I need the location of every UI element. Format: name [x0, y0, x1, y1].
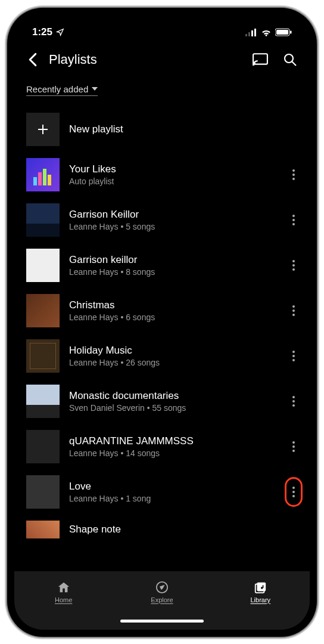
playlist-title: Christmas: [69, 299, 275, 311]
playlist-row[interactable]: Your Likes Auto playlist: [14, 152, 310, 197]
playlist-subtitle: Leanne Hays • 26 songs: [69, 358, 275, 367]
playlist-subtitle: Auto playlist: [69, 177, 275, 186]
new-playlist-label: New playlist: [69, 123, 303, 135]
playlist-subtitle: Leanne Hays • 1 song: [69, 494, 275, 503]
more-button[interactable]: [285, 344, 303, 368]
playlist-thumb: [26, 158, 60, 191]
playlist-thumb: [26, 339, 60, 373]
playlist-title: Garrison keillor: [69, 254, 275, 266]
playlist-subtitle: Leanne Hays • 5 songs: [69, 222, 275, 231]
playlist-thumb: [26, 203, 60, 237]
playlist-title: Your Likes: [69, 163, 275, 175]
more-icon: [292, 309, 295, 312]
sort-dropdown[interactable]: Recently added: [26, 84, 98, 96]
phone-frame: 1:25 Playlists: [7, 8, 317, 637]
playlist-title: Monastic documentaries: [69, 390, 275, 402]
more-button[interactable]: [285, 299, 303, 323]
status-left: 1:25: [32, 26, 64, 38]
nav-label: Library: [251, 596, 271, 603]
row-text: Shape note: [69, 524, 303, 535]
playlist-row[interactable]: Monastic documentaries Sven Daniel Sever…: [14, 379, 310, 424]
svg-rect-3: [254, 29, 256, 36]
header-actions: [253, 52, 298, 67]
svg-rect-6: [290, 30, 292, 33]
playlist-thumb: [26, 385, 60, 418]
playlist-row[interactable]: Shape note: [14, 515, 310, 538]
row-text: Garrison keillor Leanne Hays • 8 songs: [69, 254, 275, 277]
svg-rect-0: [245, 34, 247, 36]
chevron-down-icon: [92, 86, 98, 91]
playlist-thumb: [26, 475, 60, 509]
cellular-icon: [245, 28, 257, 36]
svg-marker-11: [92, 87, 98, 91]
playlist-thumb: [26, 430, 60, 463]
home-icon: [57, 581, 70, 594]
more-icon: [292, 264, 295, 267]
more-button-highlighted[interactable]: [285, 477, 303, 507]
page-title: Playlists: [49, 52, 244, 67]
svg-line-10: [292, 61, 296, 66]
more-button[interactable]: [285, 163, 303, 187]
location-icon: [56, 28, 64, 36]
playlist-subtitle: Leanne Hays • 14 songs: [69, 448, 275, 458]
more-icon: [292, 355, 295, 357]
phone-screen: 1:25 Playlists: [14, 15, 310, 630]
more-icon: [292, 174, 295, 176]
nav-home[interactable]: Home: [14, 581, 113, 603]
playlist-subtitle: Leanne Hays • 8 songs: [69, 267, 275, 277]
status-right: [245, 28, 292, 36]
row-text: Your Likes Auto playlist: [69, 163, 275, 186]
svg-point-9: [285, 54, 293, 63]
row-text: Garrison Keillor Leanne Hays • 5 songs: [69, 209, 275, 231]
playlist-row[interactable]: Holiday Music Leanne Hays • 26 songs: [14, 333, 310, 379]
back-button[interactable]: [25, 52, 40, 67]
playlist-row[interactable]: Garrison keillor Leanne Hays • 8 songs: [14, 243, 310, 288]
playlist-subtitle: Sven Daniel Severin • 55 songs: [69, 403, 275, 413]
search-icon[interactable]: [282, 52, 298, 67]
more-icon: [292, 219, 295, 221]
svg-rect-1: [248, 32, 250, 36]
home-indicator[interactable]: [14, 613, 310, 630]
more-icon: [292, 445, 295, 448]
row-text: Monastic documentaries Sven Daniel Sever…: [69, 390, 275, 413]
svg-marker-15: [160, 586, 164, 589]
nav-explore[interactable]: Explore: [113, 581, 211, 603]
playlist-row[interactable]: Love Leanne Hays • 1 song: [14, 469, 310, 515]
more-button[interactable]: [285, 389, 303, 413]
more-button[interactable]: [285, 435, 303, 459]
sort-label: Recently added: [26, 84, 88, 94]
row-text: Holiday Music Leanne Hays • 26 songs: [69, 345, 275, 367]
playlist-row[interactable]: qUARANTINE JAMMMSSS Leanne Hays • 14 son…: [14, 424, 310, 469]
playlist-title: Shape note: [69, 524, 303, 535]
svg-rect-5: [276, 30, 288, 35]
row-text: Love Leanne Hays • 1 song: [69, 481, 275, 503]
explore-icon: [155, 581, 169, 594]
sort-row: Recently added: [14, 73, 310, 102]
more-icon: [292, 491, 295, 493]
status-time: 1:25: [32, 26, 52, 38]
plus-icon: [26, 113, 60, 146]
row-text: New playlist: [69, 123, 303, 135]
playlist-row[interactable]: Garrison Keillor Leanne Hays • 5 songs: [14, 197, 310, 243]
nav-library[interactable]: Library: [211, 581, 310, 603]
playlist-row[interactable]: Christmas Leanne Hays • 6 songs: [14, 288, 310, 333]
more-icon: [292, 400, 295, 402]
playlist-title: Holiday Music: [69, 345, 275, 357]
library-icon: [254, 581, 267, 594]
app-header: Playlists: [14, 41, 310, 73]
row-text: qUARANTINE JAMMMSSS Leanne Hays • 14 son…: [69, 435, 275, 458]
cast-icon[interactable]: [253, 52, 268, 67]
playlist-list[interactable]: New playlist Your Likes Auto playlist Ga…: [14, 102, 310, 571]
svg-rect-17: [257, 582, 266, 591]
nav-label: Home: [55, 596, 72, 603]
playlist-title: Garrison Keillor: [69, 209, 275, 221]
battery-icon: [275, 28, 292, 36]
playlist-thumb: [26, 521, 60, 538]
playlist-title: Love: [69, 481, 275, 493]
row-text: Christmas Leanne Hays • 6 songs: [69, 299, 275, 322]
playlist-thumb: [26, 249, 60, 282]
svg-rect-2: [251, 30, 253, 36]
more-button[interactable]: [285, 208, 303, 232]
new-playlist-row[interactable]: New playlist: [14, 107, 310, 152]
more-button[interactable]: [285, 253, 303, 277]
